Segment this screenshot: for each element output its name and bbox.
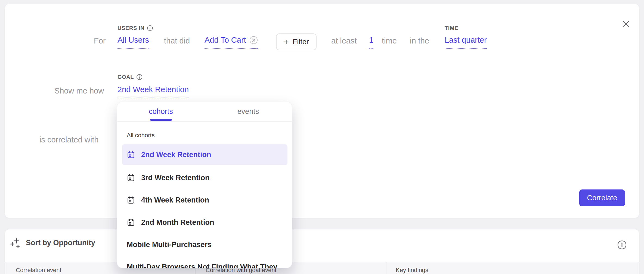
goal-picker-dropdown: cohorts events All cohorts 2nd Week Rete… bbox=[117, 102, 292, 268]
list-item-label: 3rd Week Retention bbox=[141, 174, 210, 182]
list-item[interactable]: Multi-Day Browsers Not Finding What They bbox=[122, 256, 287, 268]
column-header-correlation-event: Correlation event bbox=[16, 267, 61, 274]
results-table-header: Correlation event Correlation with goal … bbox=[5, 262, 639, 274]
calendar-icon bbox=[127, 174, 135, 182]
list-item-label: 4th Week Retention bbox=[141, 196, 209, 204]
sort-by-opportunity-label: Sort by Opportunity bbox=[26, 239, 95, 247]
list-item[interactable]: 2nd Month Retention bbox=[122, 211, 287, 233]
info-icon[interactable] bbox=[147, 25, 153, 31]
count-selector[interactable]: 1 bbox=[369, 36, 373, 49]
that-did-label: that did bbox=[164, 36, 190, 45]
calendar-icon bbox=[127, 218, 135, 227]
time-section-label: TIME bbox=[445, 25, 458, 31]
panel-info-button[interactable] bbox=[616, 239, 628, 251]
close-icon bbox=[622, 20, 630, 28]
time-word-label: time bbox=[382, 36, 397, 45]
cohort-selector[interactable]: All Users bbox=[117, 36, 149, 49]
goal-selector[interactable]: 2nd Week Retention bbox=[117, 85, 189, 98]
column-header-key-findings: Key findings bbox=[396, 267, 428, 274]
add-filter-button[interactable]: + Filter bbox=[276, 33, 317, 50]
users-in-section-label: USERS IN bbox=[117, 25, 153, 31]
calendar-icon bbox=[127, 151, 135, 159]
close-button[interactable] bbox=[620, 18, 632, 30]
column-divider bbox=[386, 262, 386, 274]
dropdown-tabs: cohorts events bbox=[117, 102, 292, 122]
list-item[interactable]: 4th Week Retention bbox=[122, 189, 287, 211]
plus-icon: + bbox=[284, 38, 289, 46]
calendar-icon bbox=[127, 196, 135, 204]
show-me-how-label: Show me how bbox=[54, 86, 104, 95]
sort-by-opportunity-button[interactable]: Sort by Opportunity bbox=[10, 237, 95, 248]
active-tab-indicator bbox=[150, 119, 172, 121]
dropdown-section-label: All cohorts bbox=[127, 132, 155, 139]
query-builder-card bbox=[5, 4, 639, 218]
sparkle-sort-icon bbox=[10, 237, 21, 248]
results-panel: Correlation event Correlation with goal … bbox=[5, 229, 639, 274]
correlation-builder-page: For USERS IN All Users that did Add To C… bbox=[0, 0, 644, 274]
at-least-label: at least bbox=[331, 36, 357, 45]
info-icon[interactable] bbox=[136, 74, 143, 80]
time-range-selector[interactable]: Last quarter bbox=[445, 36, 487, 49]
time-range-value: Last quarter bbox=[445, 36, 487, 45]
in-the-label: in the bbox=[410, 36, 429, 45]
remove-event-icon[interactable] bbox=[249, 36, 258, 44]
is-correlated-with-label: is correlated with bbox=[39, 135, 99, 144]
for-label: For bbox=[94, 36, 106, 45]
list-item-label: 2nd Month Retention bbox=[141, 218, 214, 227]
list-item-label: 2nd Week Retention bbox=[141, 151, 211, 159]
add-filter-label: Filter bbox=[293, 38, 309, 46]
time-section-text: TIME bbox=[445, 25, 458, 31]
event-selector-value: Add To Cart bbox=[205, 36, 246, 45]
goal-section-label: GOAL bbox=[117, 74, 143, 80]
count-selector-value: 1 bbox=[369, 36, 373, 45]
list-item-label: Multi-Day Browsers Not Finding What They bbox=[127, 263, 277, 268]
correlate-button[interactable]: Correlate bbox=[579, 189, 625, 206]
list-item[interactable]: 2nd Week Retention bbox=[122, 144, 287, 165]
cohort-selector-value: All Users bbox=[117, 36, 149, 45]
tab-cohorts[interactable]: cohorts bbox=[117, 102, 205, 121]
list-item-label: Mobile Multi-Purchasers bbox=[127, 241, 212, 249]
list-item[interactable]: Mobile Multi-Purchasers bbox=[122, 233, 287, 256]
info-icon bbox=[617, 240, 627, 250]
goal-section-text: GOAL bbox=[117, 74, 134, 80]
users-in-text: USERS IN bbox=[117, 25, 144, 31]
list-item[interactable]: 3rd Week Retention bbox=[122, 167, 287, 189]
tab-events[interactable]: events bbox=[205, 102, 292, 121]
event-selector[interactable]: Add To Cart bbox=[205, 36, 258, 49]
goal-selector-value: 2nd Week Retention bbox=[117, 85, 189, 94]
